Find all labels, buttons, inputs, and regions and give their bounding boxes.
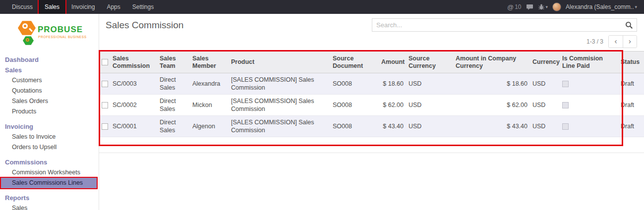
cell-team[interactable]: Direct Sales <box>157 95 190 116</box>
topbar-right: @ 10 ▾ Alexandra (Sales_comm.. ▾ <box>507 2 644 11</box>
cell-currency[interactable]: USD <box>530 73 560 95</box>
sidebar-item-products[interactable]: Products <box>1 106 97 117</box>
chat-bubble-icon <box>526 4 533 10</box>
row-select-checkbox[interactable] <box>102 81 108 87</box>
cell-amount-company[interactable]: $ 43.40 <box>453 116 530 137</box>
pager: 1-3 / 3 ‹ › <box>586 35 637 48</box>
cell-source[interactable]: SO008 <box>330 116 379 137</box>
pager-next-button[interactable]: › <box>623 36 637 48</box>
sidebar-item-orders-to-upsell[interactable]: Orders to Upsell <box>1 142 97 153</box>
col-sales-member[interactable]: Sales Member <box>190 52 229 73</box>
col-source-currency[interactable]: Source Currency <box>406 52 453 73</box>
cell-paid <box>560 116 618 137</box>
col-product[interactable]: Product <box>229 52 330 73</box>
sidebar-item-sales-report[interactable]: Sales <box>1 203 97 210</box>
cell-ref[interactable]: SC/0002 <box>110 95 157 116</box>
row-select-checkbox[interactable] <box>102 102 108 108</box>
table-row[interactable]: SC/0003 Direct Sales Alexandra [SALES CO… <box>99 73 644 95</box>
search-input[interactable] <box>372 21 623 29</box>
topbar-menus: Discuss Sales Invoicing Apps Settings <box>0 0 160 14</box>
select-all-checkbox[interactable] <box>102 59 108 65</box>
brand-logo: PROBUSE PROFESSIONAL BUSINESS <box>0 14 99 52</box>
messages-button[interactable] <box>526 4 533 10</box>
sidebar-item-sales-orders[interactable]: Sales Orders <box>1 96 97 106</box>
row-select-cell <box>99 73 110 95</box>
cell-paid <box>560 73 618 95</box>
user-menu-button[interactable]: Alexandra (Sales_comm.. ▾ <box>566 3 637 10</box>
search-box <box>372 18 637 32</box>
cell-member[interactable]: Mickon <box>190 95 229 116</box>
cell-source-currency[interactable]: USD <box>406 95 453 116</box>
cell-source-currency[interactable]: USD <box>406 73 453 95</box>
cell-amount-company[interactable]: $ 62.00 <box>453 95 530 116</box>
col-source-document[interactable]: Source Document <box>330 52 379 73</box>
search-icon <box>625 21 633 29</box>
col-amount[interactable]: Amount <box>379 52 406 73</box>
cell-status[interactable]: Draft <box>618 73 644 95</box>
col-amount-company-currency[interactable]: Amount in Company Currency <box>453 52 530 73</box>
row-select-cell <box>99 116 110 137</box>
chevron-down-icon: ▾ <box>546 4 548 9</box>
sidebar-section-invoicing[interactable]: Invoicing <box>0 121 99 132</box>
row-select-cell <box>99 95 110 116</box>
cell-amount[interactable]: $ 62.00 <box>379 95 406 116</box>
cell-product[interactable]: [SALES COMMISSION] Sales Commission <box>229 73 330 95</box>
sidebar-section-sales[interactable]: Sales <box>0 65 99 75</box>
avatar[interactable] <box>552 2 561 11</box>
cell-ref[interactable]: SC/0003 <box>110 73 157 95</box>
brand-tagline: PROFESSIONAL BUSINESS <box>38 35 87 39</box>
table-row[interactable]: SC/0001 Direct Sales Algenon [SALES COMM… <box>99 116 644 137</box>
col-sales-team[interactable]: Sales Team <box>157 52 190 73</box>
menu-sales[interactable]: Sales <box>39 0 65 14</box>
cell-currency[interactable]: USD <box>530 95 560 116</box>
cell-source[interactable]: SO008 <box>330 73 379 95</box>
main-content: Sales Commission 1-3 / 3 ‹ › Sales Commi… <box>99 14 644 210</box>
sidebar-item-quotations[interactable]: Quotations <box>1 86 97 96</box>
mention-button[interactable]: @ 10 <box>507 3 522 11</box>
sidebar-item-sales-to-invoice[interactable]: Sales to Invoice <box>1 132 97 142</box>
brand-name: PROBUSE <box>38 25 83 35</box>
menu-apps[interactable]: Apps <box>101 0 126 14</box>
col-currency[interactable]: Currency <box>530 52 560 73</box>
cell-member[interactable]: Alexandra <box>190 73 229 95</box>
cell-source[interactable]: SO008 <box>330 95 379 116</box>
menu-discuss[interactable]: Discuss <box>6 0 39 14</box>
cell-product[interactable]: [SALES COMMISSION] Sales Commission <box>229 116 330 137</box>
menu-settings[interactable]: Settings <box>126 0 160 14</box>
cell-status[interactable]: Draft <box>618 116 644 137</box>
cell-team[interactable]: Direct Sales <box>157 116 190 137</box>
cell-team[interactable]: Direct Sales <box>157 73 190 95</box>
commission-lines-table: Sales Commission Sales Team Sales Member… <box>99 51 644 137</box>
cell-product[interactable]: [SALES COMMISSION] Sales Commission <box>229 95 330 116</box>
cell-status[interactable]: Draft <box>618 95 644 116</box>
bug-icon <box>538 3 545 10</box>
cell-amount[interactable]: $ 18.60 <box>379 73 406 95</box>
menu-invoicing[interactable]: Invoicing <box>65 0 101 14</box>
row-select-checkbox[interactable] <box>102 123 108 130</box>
cell-amount[interactable]: $ 43.40 <box>379 116 406 137</box>
col-sales-commission[interactable]: Sales Commission <box>110 52 157 73</box>
paid-checkbox <box>562 102 569 108</box>
cell-source-currency[interactable]: USD <box>406 116 453 137</box>
sidebar-section-reports[interactable]: Reports <box>0 193 99 203</box>
sidebar-item-commission-worksheets[interactable]: Commission Worksheets <box>1 167 97 178</box>
user-name: Alexandra (Sales_comm.. <box>566 3 634 10</box>
pager-buttons: ‹ › <box>608 35 637 48</box>
cell-member[interactable]: Algenon <box>190 116 229 137</box>
sidebar-section-dashboard[interactable]: Dashboard <box>0 54 99 65</box>
page-title: Sales Commission <box>106 20 183 31</box>
table-row[interactable]: SC/0002 Direct Sales Mickon [SALES COMMI… <box>99 95 644 116</box>
pager-range: 1-3 / 3 <box>586 38 603 45</box>
col-is-commission-line-paid[interactable]: Is Commision Line Paid <box>560 52 618 73</box>
cell-amount-company[interactable]: $ 18.60 <box>453 73 530 95</box>
sidebar-item-sales-commissions-lines[interactable]: Sales Commissions Lines <box>1 178 97 188</box>
cell-currency[interactable]: USD <box>530 116 560 137</box>
magnifier-handle <box>29 28 33 32</box>
debug-menu-button[interactable]: ▾ <box>538 3 548 10</box>
search-button[interactable] <box>623 21 637 29</box>
sidebar-item-customers[interactable]: Customers <box>1 75 97 86</box>
col-status[interactable]: Status <box>618 52 644 73</box>
pager-prev-button[interactable]: ‹ <box>609 36 623 48</box>
sidebar-section-commissions[interactable]: Commissions <box>0 157 99 167</box>
cell-ref[interactable]: SC/0001 <box>110 116 157 137</box>
